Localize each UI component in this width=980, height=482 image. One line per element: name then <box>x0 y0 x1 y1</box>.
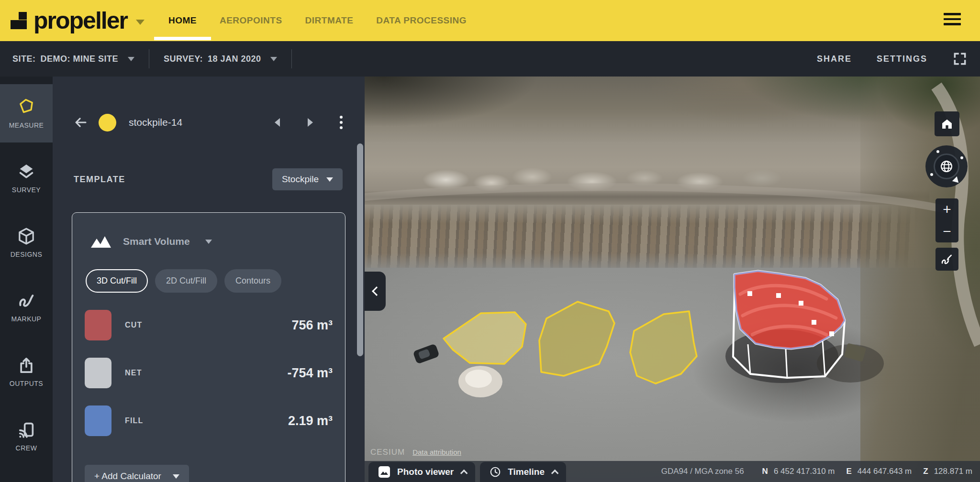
elevation-label: Z <box>923 467 928 476</box>
panel-scrollbar[interactable] <box>357 143 363 356</box>
layers-icon <box>17 162 36 181</box>
map-viewport[interactable]: + − CESIUM Data attribution Photo viewer… <box>365 77 980 482</box>
metric-row-net: NET -754 m³ <box>85 358 333 388</box>
sidebar-item-outputs[interactable]: OUTPUTS <box>0 342 53 401</box>
metric-row-fill: FILL 2.19 m³ <box>85 405 333 436</box>
sidebar-label: SURVEY <box>12 186 41 194</box>
sidebar-label: CREW <box>16 444 37 452</box>
coordinate-readout: GDA94 / MGA zone 56 N 6 452 417.310 m E … <box>661 461 980 482</box>
settings-button[interactable]: SETTINGS <box>877 54 927 64</box>
survey-selector[interactable]: SURVEY: 18 JAN 2020 <box>164 54 277 64</box>
stockpile-highlight-2[interactable] <box>539 302 614 376</box>
sidebar-item-crew[interactable]: CREW <box>0 407 53 465</box>
device-signal-icon <box>17 420 36 439</box>
logo-chevron-down-icon[interactable] <box>136 20 145 25</box>
chevron-up-icon <box>460 469 468 477</box>
zoom-control: + − <box>935 198 958 242</box>
fullscreen-icon[interactable] <box>952 51 968 66</box>
survey-chevron-down-icon <box>270 57 277 61</box>
home-view-button[interactable] <box>935 111 959 136</box>
mountains-icon <box>90 235 111 248</box>
template-dropdown[interactable]: Stockpile <box>272 168 343 190</box>
top-nav: HOME AEROPOINTS DIRTMATE DATA PROCESSING <box>168 15 467 26</box>
compass-dot <box>930 173 933 176</box>
sidebar-item-measure[interactable]: MEASURE <box>0 84 53 142</box>
fill-value: 2.19 m³ <box>288 414 333 428</box>
measure-tool-button[interactable] <box>935 248 958 271</box>
map-attribution: CESIUM Data attribution <box>370 448 461 457</box>
home-icon <box>940 117 954 131</box>
nav-home[interactable]: HOME <box>168 15 197 26</box>
tab-contours[interactable]: Contours <box>224 269 281 293</box>
cube-icon <box>17 227 36 246</box>
timeline-tab[interactable]: Timeline <box>480 462 566 482</box>
selected-stockpile[interactable] <box>735 271 845 349</box>
template-chevron-down-icon <box>326 177 333 182</box>
zoom-in-button[interactable]: + <box>935 198 958 220</box>
template-row: TEMPLATE Stockpile <box>74 166 343 192</box>
data-attribution-link[interactable]: Data attribution <box>412 448 461 456</box>
compass-globe-control[interactable] <box>925 145 968 187</box>
sidebar-item-markup[interactable]: MARKUP <box>0 278 53 336</box>
tab-2d-cutfill[interactable]: 2D Cut/Fill <box>155 269 217 293</box>
top-navigation-bar: propeller HOME AEROPOINTS DIRTMATE DATA … <box>0 0 980 41</box>
nav-dirtmate[interactable]: DIRTMATE <box>305 15 354 26</box>
nav-aeropoints[interactable]: AEROPOINTS <box>220 15 282 26</box>
white-pile-top <box>465 370 492 388</box>
panel-collapse-button[interactable] <box>365 272 386 311</box>
add-calculator-button[interactable]: + Add Calculator <box>85 465 189 482</box>
next-measurement-icon[interactable] <box>304 117 316 128</box>
northing-label: N <box>762 467 768 476</box>
site-selector[interactable]: SITE: DEMO: MINE SITE <box>12 54 134 64</box>
easting-value: 444 647.643 m <box>858 467 912 476</box>
map-overlay-graphics <box>365 77 980 482</box>
compass-dot <box>960 156 963 159</box>
smart-volume-card: Smart Volume 3D Cut/Fill 2D Cut/Fill Con… <box>72 212 345 482</box>
bench-road <box>365 187 946 209</box>
tab-3d-cutfill[interactable]: 3D Cut/Fill <box>86 269 148 293</box>
compass-dot <box>936 150 939 153</box>
net-value: -754 m³ <box>287 366 333 381</box>
zoom-out-button[interactable]: − <box>935 220 958 242</box>
sidebar-item-designs[interactable]: DESIGNS <box>0 213 53 272</box>
more-options-icon[interactable] <box>337 115 345 130</box>
crs-name: GDA94 / MGA zone 56 <box>661 467 744 476</box>
sidebar-label: OUTPUTS <box>10 380 43 387</box>
previous-measurement-icon[interactable] <box>272 117 283 128</box>
sidebar-label: MARKUP <box>11 315 42 323</box>
sidebar-item-survey[interactable]: SURVEY <box>0 149 53 207</box>
net-label: NET <box>125 369 142 377</box>
metric-row-cut: CUT 756 m³ <box>85 310 333 340</box>
export-icon <box>17 356 36 375</box>
site-chevron-down-icon <box>128 57 134 61</box>
site-label: SITE: <box>12 54 36 64</box>
cut-label: CUT <box>125 321 142 329</box>
photo-viewer-label: Photo viewer <box>397 467 454 477</box>
car <box>412 343 440 364</box>
volume-mode-tabs: 3D Cut/Fill 2D Cut/Fill Contours <box>86 269 333 293</box>
scribble-icon <box>17 291 36 310</box>
measurement-color-dot[interactable] <box>99 114 116 131</box>
share-button[interactable]: SHARE <box>817 54 852 64</box>
chevron-left-icon <box>372 286 381 296</box>
app-window: propeller HOME AEROPOINTS DIRTMATE DATA … <box>0 0 980 482</box>
stockpile-highlight-1[interactable] <box>444 312 526 364</box>
photo-viewer-tab[interactable]: Photo viewer <box>368 462 475 482</box>
stockpile-highlight-3[interactable] <box>630 311 697 383</box>
globe-icon <box>939 159 954 174</box>
back-arrow-icon[interactable] <box>74 115 88 130</box>
smart-volume-header[interactable]: Smart Volume <box>90 235 332 248</box>
site-value: DEMO: MINE SITE <box>41 54 119 64</box>
map-status-bar: Photo viewer Timeline GDA94 / MGA zone 5… <box>365 461 980 482</box>
volume-metrics: CUT 756 m³ NET -754 m³ FILL 2.19 m³ <box>85 310 333 436</box>
cut-color-swatch <box>85 310 111 340</box>
tool-sidebar: MEASURE SURVEY DESIGNS MARKUP OUTPUTS CR… <box>0 77 53 482</box>
divider <box>291 49 292 68</box>
propeller-logo[interactable]: propeller <box>11 9 145 33</box>
nav-data-processing[interactable]: DATA PROCESSING <box>376 15 467 26</box>
cesium-logo-text: CESIUM <box>370 448 405 457</box>
measure-pentagon-icon <box>17 98 36 117</box>
template-label: TEMPLATE <box>74 175 125 185</box>
hamburger-menu-icon[interactable] <box>944 13 961 25</box>
divider <box>149 49 149 68</box>
